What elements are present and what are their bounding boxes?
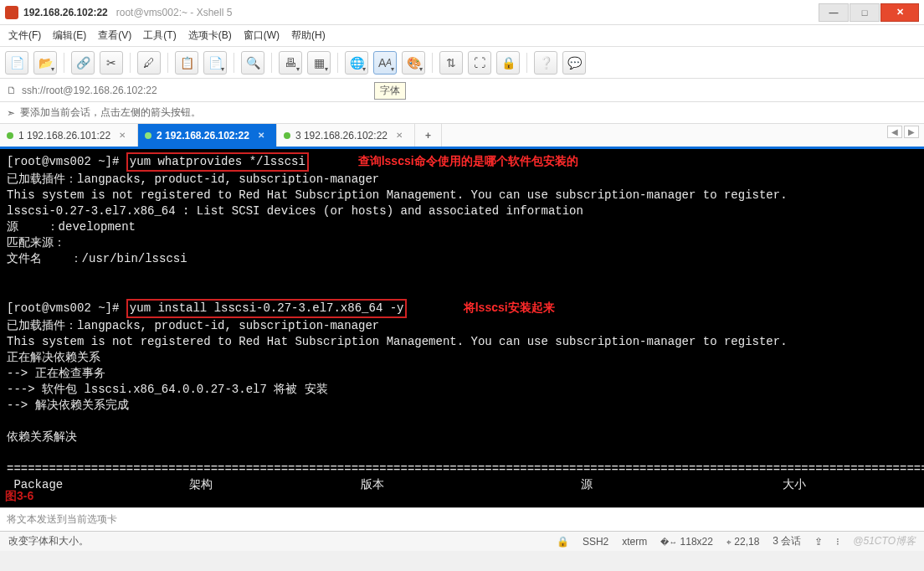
transfer-icon[interactable]: ⇅ — [439, 51, 463, 75]
menu-window[interactable]: 窗口(W) — [244, 28, 280, 43]
status-sessions: 3 会话 — [773, 534, 801, 548]
properties-icon[interactable]: 🖊 — [137, 51, 161, 75]
term-line: 文件名 ：/usr/bin/lsscsi — [7, 252, 187, 265]
new-session-icon[interactable]: 📄 — [5, 51, 28, 75]
tab-session-1[interactable]: 1 192.168.26.101:22 ✕ — [0, 124, 138, 147]
globe-icon[interactable]: 🌐 — [345, 51, 368, 75]
separator — [64, 53, 64, 73]
term-line: 已加载插件：langpacks, product-id, subscriptio… — [7, 172, 379, 186]
window-title-secondary: root@vms002:~ - Xshell 5 — [116, 7, 233, 18]
separator — [130, 53, 131, 73]
reconnect-icon[interactable]: 🔗 — [71, 51, 95, 75]
lock-small-icon: 🗋 — [7, 85, 17, 96]
hint-bar: ➣ 要添加当前会话，点击左侧的箭头按钮。 — [0, 102, 924, 124]
compose-placeholder: 将文本发送到当前选项卡 — [7, 512, 117, 527]
tab-new[interactable]: + — [415, 124, 442, 147]
tab-close-icon[interactable]: ✕ — [396, 131, 403, 140]
prompt: [root@vms002 ~]# — [7, 155, 126, 168]
term-line: --> 正在检查事务 — [7, 367, 105, 380]
color-icon[interactable]: 🎨 — [402, 51, 425, 75]
watermark: @51CTO博客 — [853, 534, 916, 548]
tab-label: 3 192.168.26.102:22 — [295, 130, 388, 141]
term-separator: ========================================… — [7, 462, 924, 476]
maximize-button[interactable]: □ — [850, 3, 880, 22]
close-button[interactable]: ✕ — [880, 3, 919, 22]
annotation-1: 查询lsscsi命令使用的是哪个软件包安装的 — [358, 154, 578, 167]
separator — [526, 53, 527, 73]
term-line: --> 解决依赖关系完成 — [7, 399, 129, 412]
status-dot-icon — [7, 132, 13, 139]
tab-next-icon[interactable]: ▶ — [904, 126, 919, 138]
copy-icon[interactable]: 📋 — [175, 51, 198, 75]
menu-edit[interactable]: 编辑(E) — [53, 28, 86, 43]
find-icon[interactable]: 🔍 — [241, 51, 264, 75]
minimize-button[interactable]: — — [819, 3, 849, 22]
tab-close-icon[interactable]: ✕ — [119, 131, 126, 140]
tab-nav: ◀▶ — [886, 127, 919, 136]
menu-tabs[interactable]: 选项卡(B) — [188, 28, 232, 43]
tab-strip: 1 192.168.26.101:22 ✕ 2 192.168.26.102:2… — [0, 124, 924, 149]
terminal[interactable]: [root@vms002 ~]# yum whatprovides */lssc… — [0, 149, 924, 507]
term-line: ---> 软件包 lsscsi.x86_64.0.0.27-3.el7 将被 安… — [7, 383, 328, 396]
menu-help[interactable]: 帮助(H) — [291, 28, 326, 43]
command-highlight-1: yum whatprovides */lsscsi — [126, 152, 309, 172]
term-header: Package 架构 版本 源 大小 — [7, 478, 806, 491]
fullscreen-icon[interactable]: ⛶ — [468, 51, 491, 75]
tab-prev-icon[interactable]: ◀ — [887, 126, 902, 138]
status-dot-icon — [284, 132, 290, 139]
prompt: [root@vms002 ~]# — [7, 301, 126, 315]
status-bar: 改变字体和大小。 🔒 SSH2 xterm �↔ 118x22 ⌖ 22,18 … — [0, 531, 924, 551]
print-icon[interactable]: 🖶 — [279, 51, 302, 75]
term-line: 正在解决依赖关系 — [7, 351, 100, 364]
separator — [234, 53, 234, 73]
open-session-icon[interactable]: 📂 — [33, 51, 57, 75]
menu-view[interactable]: 查看(V) — [98, 28, 131, 43]
menubar: 文件(F) 编辑(E) 查看(V) 工具(T) 选项卡(B) 窗口(W) 帮助(… — [0, 25, 924, 47]
term-line: 匹配来源： — [7, 236, 65, 249]
lock-icon[interactable]: 🔒 — [496, 51, 520, 75]
figure-label: 图3-6 — [5, 488, 33, 504]
tab-session-2[interactable]: 2 192.168.26.102:22 ✕ — [138, 124, 277, 147]
command-highlight-2: yum install lsscsi-0.27-3.el7.x86_64 -y — [126, 299, 408, 318]
status-dot-icon — [145, 132, 151, 139]
term-line: lsscsi-0.27-3.el7.x86_64 : List SCSI dev… — [7, 204, 583, 218]
tab-session-3[interactable]: 3 192.168.26.102:22 ✕ — [277, 124, 415, 147]
chat-icon[interactable]: 💬 — [562, 51, 586, 75]
titlebar: 192.168.26.102:22 root@vms002:~ - Xshell… — [0, 0, 924, 25]
menu-tools[interactable]: 工具(T) — [143, 28, 176, 43]
menu-file[interactable]: 文件(F) — [8, 28, 41, 43]
font-tooltip: 字体 — [374, 82, 406, 100]
separator — [432, 53, 433, 73]
status-protocol: SSH2 — [583, 536, 608, 548]
term-line: This system is not registered to Red Hat… — [7, 335, 788, 348]
annotation-2: 将lsscsi安装起来 — [464, 301, 555, 314]
app-icon — [5, 6, 18, 19]
layout-icon[interactable]: ▦ — [307, 51, 331, 75]
separator — [167, 53, 168, 73]
tab-label: 2 192.168.26.102:22 — [157, 130, 249, 141]
hint-text: 要添加当前会话，点击左侧的箭头按钮。 — [20, 105, 201, 120]
status-caps-icon: ⇪ — [814, 536, 823, 548]
status-size: �↔ 118x22 — [660, 536, 713, 548]
toolbar: 📄 📂 🔗 ✂ 🖊 📋 📄 🔍 🖶 ▦ 🌐 AA 字体 🎨 ⇅ ⛶ 🔒 ❔ 💬 — [0, 47, 924, 79]
tab-label: 1 192.168.26.101:22 — [18, 130, 110, 141]
font-icon[interactable]: AA 字体 — [373, 51, 397, 75]
tab-close-icon[interactable]: ✕ — [258, 131, 264, 140]
arrow-icon[interactable]: ➣ — [7, 107, 15, 119]
window-title-primary: 192.168.26.102:22 — [23, 7, 108, 18]
status-left: 改变字体和大小。 — [8, 534, 89, 548]
term-line: 依赖关系解决 — [7, 430, 77, 444]
term-line: This system is not registered to Red Hat… — [7, 188, 788, 202]
help-icon[interactable]: ❔ — [534, 51, 557, 75]
paste-icon[interactable]: 📄 — [203, 51, 227, 75]
status-lock-icon: 🔒 — [557, 536, 569, 548]
term-line: 已加载插件：langpacks, product-id, subscriptio… — [7, 319, 379, 332]
compose-bar[interactable]: 将文本发送到当前选项卡 — [0, 507, 924, 531]
disconnect-icon[interactable]: ✂ — [100, 51, 123, 75]
separator — [337, 53, 338, 73]
term-line: 源 ：development — [7, 220, 136, 234]
status-cursor: ⌖ 22,18 — [726, 536, 759, 548]
session-url[interactable]: ssh://root@192.168.26.102:22 — [22, 85, 917, 96]
address-bar: 🗋 ssh://root@192.168.26.102:22 — [0, 79, 924, 102]
separator — [271, 53, 272, 73]
